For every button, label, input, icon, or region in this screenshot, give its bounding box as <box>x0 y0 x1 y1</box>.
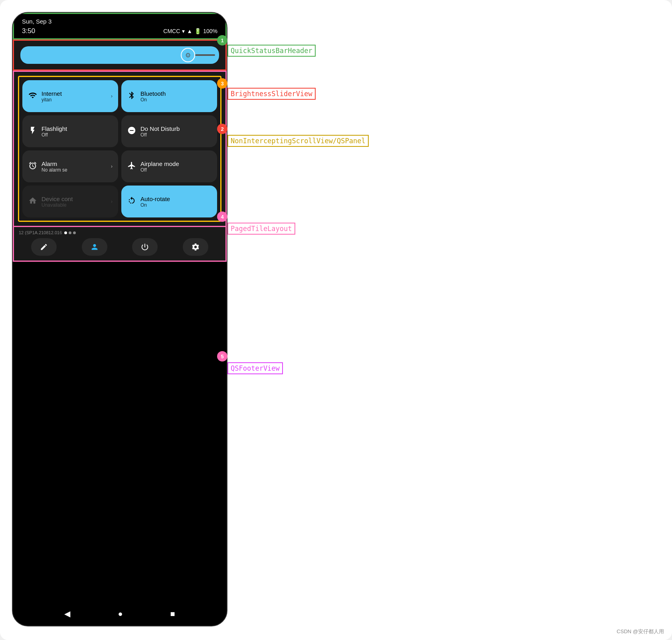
tile-bluetooth-sub: On <box>140 97 211 103</box>
tile-internet-label: Internet <box>42 90 107 97</box>
battery-icon: 🔋 <box>194 28 201 34</box>
footer-build-info: 12 (SP1A.210812.016 <box>19 230 221 235</box>
tile-dnd[interactable]: Do Not Disturb Off <box>121 115 217 147</box>
status-bar: Sun, Sep 3 3:50 CMCC ▾ ▲ 🔋 100% <box>13 13 227 40</box>
status-date: Sun, Sep 3 <box>22 18 217 25</box>
tile-device-control[interactable]: Device cont Unavailable › <box>22 186 118 217</box>
brightness-track[interactable]: ⚙ <box>20 46 219 64</box>
tile-internet[interactable]: Internet yitan › <box>22 80 118 112</box>
dnd-tile-icon <box>127 126 136 137</box>
tile-alarm-text: Alarm No alarm se <box>42 160 107 173</box>
tile-flashlight-text: Flashlight Off <box>42 125 113 138</box>
tile-airplane-text: Airplane mode Off <box>140 160 211 173</box>
home-button[interactable]: ● <box>118 609 123 618</box>
navigation-bar: ◀ ● ■ <box>13 602 227 626</box>
user-button[interactable] <box>82 238 107 256</box>
airplane-tile-icon <box>127 161 136 172</box>
tile-internet-text: Internet yitan <box>42 90 107 103</box>
phone-mockup: Sun, Sep 3 3:50 CMCC ▾ ▲ 🔋 100% ⚙ <box>12 12 227 626</box>
dot-2 <box>69 231 71 234</box>
brightness-tail <box>195 54 215 56</box>
tile-device-control-label: Device cont <box>42 196 107 202</box>
tile-flashlight-sub: Off <box>42 132 113 138</box>
tile-dnd-sub: Off <box>140 132 211 138</box>
tile-device-arrow: › <box>111 199 113 204</box>
tile-dnd-label: Do Not Disturb <box>140 125 211 132</box>
dot-3 <box>73 231 76 234</box>
tile-flashlight[interactable]: Flashlight Off <box>22 115 118 147</box>
watermark: CSDN @安仔都人用 <box>617 628 664 635</box>
device-control-tile-icon <box>28 196 38 207</box>
tile-bluetooth-label: Bluetooth <box>140 90 211 97</box>
tile-alarm-arrow: › <box>111 164 113 169</box>
tile-bluetooth[interactable]: Bluetooth On <box>121 80 217 112</box>
tile-autorotate-sub: On <box>140 202 211 208</box>
status-time: 3:50 <box>22 27 35 35</box>
tile-dnd-text: Do Not Disturb Off <box>140 125 211 138</box>
brightness-thumb[interactable]: ⚙ <box>181 48 195 62</box>
wifi-tile-icon <box>28 91 38 102</box>
badge-4: 4 <box>217 211 227 222</box>
badge-1: 1 <box>217 35 227 45</box>
tile-flashlight-label: Flashlight <box>42 125 113 132</box>
annotation-quick-status-bar: QuickStatusBarHeader <box>227 45 316 57</box>
badge-2: 2 <box>217 124 227 134</box>
tile-internet-arrow: › <box>111 93 113 99</box>
tiles-grid: Internet yitan › Bluetooth On <box>18 76 221 222</box>
tile-airplane-sub: Off <box>140 167 211 173</box>
annotation-brightness-slider: BrightnessSliderView <box>227 88 316 100</box>
footer-buttons <box>19 238 221 256</box>
alarm-tile-icon <box>28 161 38 172</box>
signal-icon: ▲ <box>187 28 192 34</box>
power-button[interactable] <box>132 238 158 256</box>
tile-alarm-label: Alarm <box>42 160 107 167</box>
wifi-icon: ▾ <box>182 28 185 34</box>
tile-device-control-sub: Unavailable <box>42 202 107 208</box>
tile-internet-sub: yitan <box>42 97 107 103</box>
tile-alarm[interactable]: Alarm No alarm se › <box>22 150 118 182</box>
dot-1 <box>64 231 67 234</box>
annotation-scroll-view: NonInterceptingScrollView/QSPanel <box>227 135 369 147</box>
battery-label: 100% <box>203 28 217 34</box>
flashlight-tile-icon <box>28 126 38 137</box>
footer-page-dots <box>64 231 76 234</box>
annotation-footer: QSFooterView <box>227 362 283 374</box>
status-row: 3:50 CMCC ▾ ▲ 🔋 100% <box>22 27 217 35</box>
carrier-label: CMCC <box>163 28 180 34</box>
back-button[interactable]: ◀ <box>64 609 70 618</box>
badge-5: 5 <box>217 351 227 361</box>
tile-bluetooth-text: Bluetooth On <box>140 90 211 103</box>
tile-airplane-label: Airplane mode <box>140 160 211 167</box>
badge-3: 3 <box>217 78 227 89</box>
brightness-slider-area: ⚙ <box>13 40 227 71</box>
tile-device-control-text: Device cont Unavailable <box>42 196 107 208</box>
build-text: 12 (SP1A.210812.016 <box>19 230 62 235</box>
tile-autorotate-label: Auto-rotate <box>140 196 211 202</box>
qs-panel: Internet yitan › Bluetooth On <box>13 71 227 227</box>
edit-button[interactable] <box>31 238 57 256</box>
bluetooth-tile-icon <box>127 91 136 102</box>
status-right: CMCC ▾ ▲ 🔋 100% <box>163 28 217 34</box>
tile-autorotate[interactable]: Auto-rotate On <box>121 186 217 217</box>
settings-button[interactable] <box>183 238 208 256</box>
recent-button[interactable]: ■ <box>170 609 175 618</box>
tile-alarm-sub: No alarm se <box>42 167 107 173</box>
tile-autorotate-text: Auto-rotate On <box>140 196 211 208</box>
autorotate-tile-icon <box>127 196 136 207</box>
tile-airplane[interactable]: Airplane mode Off <box>121 150 217 182</box>
annotation-paged-tile: PagedTileLayout <box>227 223 295 235</box>
qs-footer: 12 (SP1A.210812.016 <box>13 227 227 262</box>
